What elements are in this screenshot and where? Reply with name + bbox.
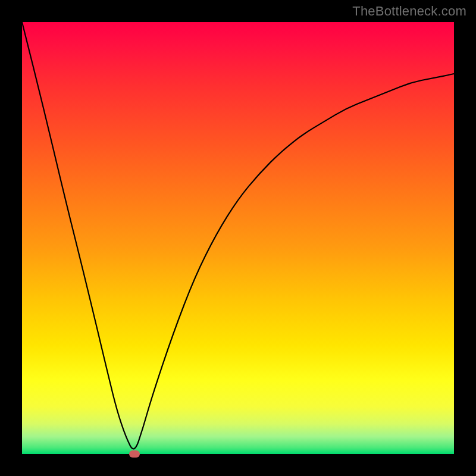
optimum-marker [129,450,140,458]
bottleneck-curve [22,22,454,454]
chart-frame: TheBottleneck.com [0,0,476,476]
watermark-text: TheBottleneck.com [352,4,466,19]
plot-area [22,22,454,454]
curve-path [22,22,454,449]
